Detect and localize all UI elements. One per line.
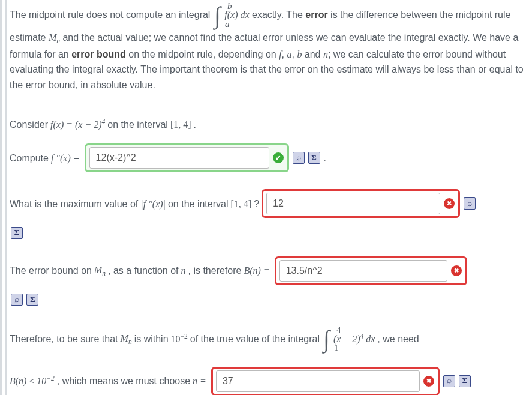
q5-text: , which means we must choose — [57, 373, 190, 389]
q3-extra-icons — [10, 224, 532, 240]
bn-leq: B(n) ≤ 10−2 — [10, 373, 55, 389]
cross-icon — [423, 376, 434, 387]
q3-text: on the interval — [168, 196, 229, 212]
q5-text: is within — [134, 331, 169, 347]
check-icon — [273, 152, 284, 163]
mn-symbol: Mn — [121, 331, 132, 348]
preview-icon[interactable] — [443, 375, 455, 387]
intro-text: The midpoint rule does not compute an in… — [10, 10, 213, 20]
intro-text: on the midpoint rule, depending on — [128, 49, 279, 59]
q4-text: , as a function of — [108, 263, 178, 279]
answer-wrap-second-derivative — [85, 143, 289, 172]
intro-paragraph: The midpoint rule does not compute an in… — [10, 1, 532, 92]
integral-lower: 1 — [334, 340, 339, 355]
integral-symbol: ∫ b a — [214, 1, 221, 30]
equation-editor-icon[interactable] — [459, 375, 471, 387]
integral-lower: a — [225, 17, 230, 31]
question-choose-n-line1: Therefore, to be sure that Mn is within … — [10, 325, 532, 354]
question-max-value: What is the maximum value of |f ″(x)| on… — [10, 189, 532, 218]
var-n: n — [181, 263, 185, 279]
answer-wrap-error-bound — [275, 256, 467, 285]
q1-text: on the interval — [107, 117, 168, 133]
q1-text: Consider — [10, 117, 48, 133]
integral-upper: b — [227, 0, 232, 13]
q1-fx: f(x) = (x − 2)4 — [50, 116, 105, 133]
q3-qmark: ? — [254, 196, 259, 212]
n-equals: n = — [193, 373, 206, 389]
input-error-bound[interactable] — [279, 260, 447, 282]
cross-icon — [444, 198, 455, 209]
question-second-derivative: Compute f ″(x) = . — [10, 143, 532, 172]
term-error-bound: error bound — [71, 49, 126, 59]
q3-absf2: |f ″(x)| — [140, 196, 166, 212]
mn-symbol: Mn — [49, 32, 60, 43]
input-max-value[interactable] — [266, 193, 440, 214]
ten-neg2: 10−2 — [171, 331, 188, 347]
preview-icon[interactable] — [11, 294, 23, 306]
equation-editor-icon[interactable] — [308, 152, 320, 164]
question-consider: Consider f(x) = (x − 2)4 on the interval… — [10, 116, 532, 133]
preview-icon[interactable] — [293, 152, 305, 164]
q4-bn-label: B(n) = — [244, 263, 269, 279]
var-n: n — [323, 49, 328, 59]
q5-text: of the true value of the integral — [190, 331, 320, 347]
q2-text: Compute — [10, 151, 49, 166]
cross-icon — [451, 265, 462, 276]
q5-text: , we need — [377, 331, 419, 347]
integral-upper: 4 — [336, 322, 341, 337]
equation-editor-icon[interactable] — [26, 294, 38, 306]
q1-interval: [1, 4] — [170, 117, 191, 133]
q2-dot: . — [324, 151, 326, 166]
equation-editor-icon[interactable] — [11, 227, 23, 239]
preview-icon[interactable] — [464, 198, 476, 210]
intro-text: exactly. The — [252, 10, 305, 20]
question-choose-n-line2: B(n) ≤ 10−2 , which means we must choose… — [10, 367, 532, 396]
q4-text: The error bound on — [10, 263, 92, 279]
answer-wrap-choose-n — [211, 367, 440, 396]
question-error-bound: The error bound on Mn , as a function of… — [10, 256, 532, 285]
q5-text: Therefore, to be sure that — [10, 331, 118, 347]
q4-text: , is therefore — [188, 263, 241, 279]
input-choose-n[interactable] — [216, 370, 420, 392]
integral-symbol: ∫ 4 1 — [323, 325, 330, 354]
q4-extra-icons — [10, 291, 532, 307]
q3-interval: [1, 4] — [230, 196, 251, 212]
q2-label: f ″(x) = — [51, 151, 80, 166]
input-second-derivative[interactable] — [89, 147, 269, 169]
q3-text: What is the maximum value of — [10, 196, 138, 212]
term-error: error — [305, 10, 327, 20]
mn-symbol: Mn — [94, 262, 106, 279]
answer-wrap-max-value — [262, 189, 460, 218]
